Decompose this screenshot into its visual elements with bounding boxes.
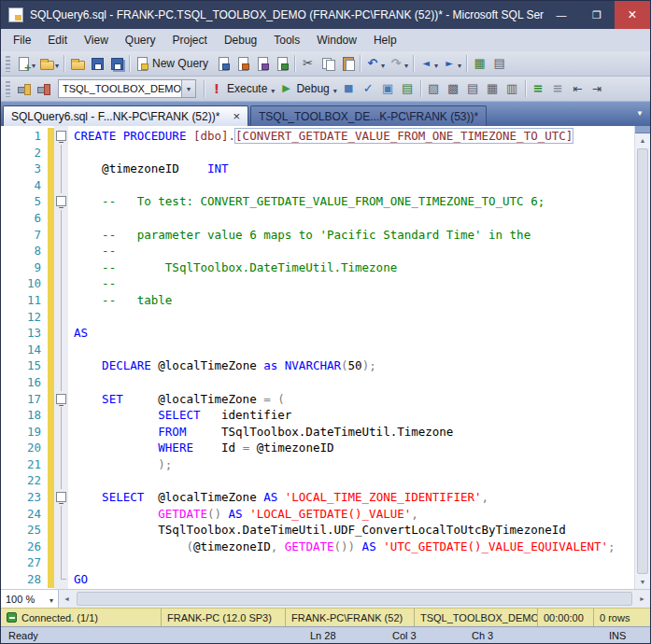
change-tracking-bar [48, 227, 54, 244]
increase-indent-button[interactable] [587, 78, 607, 99]
fold-toggle-icon[interactable] [56, 394, 66, 404]
new-analysis-xmla-query-button[interactable] [272, 53, 291, 74]
menu-debug[interactable]: Debug [216, 30, 265, 50]
change-tracking-bar [48, 177, 54, 194]
decrease-indent-button[interactable] [568, 78, 587, 99]
toolbar-separator [413, 55, 414, 72]
menu-tools[interactable]: Tools [265, 30, 308, 50]
menu-window[interactable]: Window [308, 30, 365, 50]
redo-button[interactable] [387, 53, 410, 74]
specify-template-values-button[interactable] [424, 78, 444, 99]
toolbar-grip[interactable] [6, 56, 10, 72]
change-tracking-bar [48, 539, 54, 555]
status-bar: Ready Ln 28 Col 3 Ch 3 INS [1, 626, 650, 643]
new-analysis-mdx-query-button[interactable] [233, 53, 252, 74]
menu-edit[interactable]: Edit [39, 30, 76, 50]
results-to-grid-button[interactable] [483, 78, 502, 99]
combobox-dropdown-icon[interactable] [181, 80, 195, 97]
save-all-button[interactable] [106, 53, 126, 74]
change-tracking-bar [48, 193, 54, 210]
include-actual-execution-plan-button[interactable] [398, 78, 417, 99]
results-to-file-button[interactable] [502, 78, 522, 99]
menu-project[interactable]: Project [164, 30, 216, 50]
line-number: 17 [1, 391, 48, 408]
change-tracking-bar [48, 554, 54, 571]
dropdown-arrow-icon [434, 55, 438, 72]
outline-line [61, 342, 62, 358]
menu-view[interactable]: View [76, 30, 117, 50]
comment-selection-button[interactable] [529, 78, 548, 99]
scroll-left-icon[interactable] [59, 590, 75, 608]
horizontal-scrollbar-thumb[interactable] [77, 592, 632, 606]
tab-tsql-toolbox[interactable]: TSQL_TOOLBOX_DE...K-PC\FRANK (53))* [250, 105, 487, 126]
zoom-control[interactable]: 100 % [1, 590, 59, 608]
database-combobox[interactable]: TSQL_TOOLBOX_DEMO [58, 79, 196, 98]
scroll-right-icon[interactable] [634, 590, 650, 608]
open-file-button[interactable] [67, 53, 87, 74]
scroll-down-icon[interactable] [635, 575, 650, 589]
tab-sqlquery6[interactable]: SQLQuery6.sql - F...NK-PC\FRANK (52))* [3, 105, 248, 126]
editor-lines[interactable]: 1CREATE PROCEDURE [dbo].[CONVERT_GETDATE… [1, 126, 650, 588]
tab-list-dropdown-icon[interactable] [636, 103, 644, 119]
menu-help[interactable]: Help [365, 30, 405, 50]
editor-line-13: 13AS [1, 325, 650, 342]
properties-window-button[interactable] [489, 53, 509, 74]
navigate-forward-button[interactable] [440, 53, 463, 74]
toolbar-grip[interactable] [6, 81, 10, 97]
outline-margin [54, 374, 68, 391]
maximize-button[interactable] [579, 1, 615, 29]
outline-margin [54, 391, 68, 408]
change-tracking-bar [48, 292, 54, 309]
open-menu-button[interactable] [37, 53, 61, 74]
dropdown-arrow-icon [55, 55, 59, 72]
undo-button[interactable] [363, 53, 387, 74]
connect-button[interactable] [14, 78, 34, 99]
outline-margin [54, 472, 68, 489]
change-tracking-bar [48, 407, 54, 424]
connection-status-icon [7, 612, 17, 623]
close-tab-icon[interactable] [233, 110, 240, 123]
menu-file[interactable]: File [5, 30, 39, 50]
fold-toggle-icon[interactable] [56, 492, 66, 502]
debug-label: Debug [296, 82, 329, 95]
code-text [68, 554, 634, 571]
cancel-executing-query-button[interactable] [339, 78, 359, 99]
change-connection-button[interactable] [34, 78, 53, 99]
outline-margin [54, 407, 68, 424]
debug-play-icon [278, 81, 293, 96]
paste-button[interactable] [337, 53, 357, 74]
horizontal-scrollbar[interactable] [59, 590, 650, 608]
save-button[interactable] [87, 53, 106, 74]
vertical-scrollbar[interactable] [634, 126, 650, 589]
minimize-button[interactable] [544, 1, 579, 29]
copy-button[interactable] [318, 53, 337, 74]
outline-margin [54, 440, 68, 456]
uncomment-icon [550, 81, 565, 96]
activity-monitor-button[interactable] [470, 53, 489, 74]
intellisense-enabled-button[interactable] [378, 78, 398, 99]
change-tracking-bar [48, 571, 54, 588]
query-options-button[interactable] [444, 78, 463, 99]
fold-toggle-icon[interactable] [56, 131, 66, 141]
change-tracking-bar [48, 456, 54, 473]
results-to-text-button[interactable] [463, 78, 483, 99]
navigate-backward-button[interactable] [417, 53, 440, 74]
new-analysis-dmx-query-button[interactable] [252, 53, 272, 74]
line-number: 20 [1, 440, 48, 456]
splitter-handle[interactable] [635, 126, 650, 133]
new-query-menu-button[interactable] [14, 53, 37, 74]
debug-button[interactable]: Debug [276, 78, 338, 99]
horizontal-scrollbar-track[interactable] [75, 590, 634, 608]
fold-toggle-icon[interactable] [56, 196, 66, 206]
tab-label: SQLQuery6.sql - F...NK-PC\FRANK (52))* [11, 110, 219, 123]
parse-button[interactable] [359, 78, 378, 99]
cut-button[interactable] [298, 53, 318, 74]
close-button[interactable] [615, 1, 650, 29]
menu-query[interactable]: Query [117, 30, 164, 50]
execute-button[interactable]: Execute [207, 78, 276, 99]
uncomment-selection-button[interactable] [548, 78, 568, 99]
vertical-scrollbar-thumb[interactable] [637, 148, 648, 574]
scroll-up-icon[interactable] [635, 133, 650, 147]
new-database-engine-query-button[interactable] [213, 53, 233, 74]
new-query-button[interactable]: New Query [133, 53, 213, 74]
